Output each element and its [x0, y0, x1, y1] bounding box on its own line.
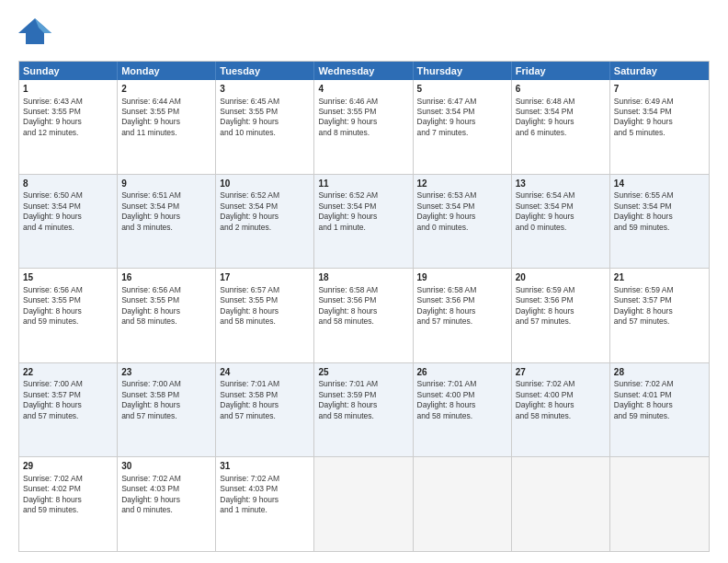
day-number: 21: [614, 271, 705, 284]
day-info-line: Daylight: 8 hours: [614, 212, 705, 222]
day-number: 18: [318, 271, 408, 284]
day-info-line: Sunset: 3:58 PM: [121, 390, 211, 400]
day-info-line: Sunrise: 6:46 AM: [318, 97, 408, 107]
day-info-line: Daylight: 9 hours: [220, 212, 310, 222]
day-info-line: and 58 minutes.: [417, 411, 507, 421]
day-cell-15: 15Sunrise: 6:56 AMSunset: 3:55 PMDayligh…: [19, 269, 118, 362]
day-number: 27: [516, 366, 606, 379]
day-info-line: and 0 minutes.: [417, 223, 507, 233]
day-info-line: Sunrise: 6:44 AM: [121, 97, 211, 107]
day-info-line: Daylight: 9 hours: [516, 117, 606, 127]
day-info-line: and 0 minutes.: [121, 505, 211, 515]
day-info-line: Sunset: 3:54 PM: [220, 201, 310, 212]
day-number: 8: [23, 178, 113, 190]
day-number: 17: [220, 271, 310, 284]
day-info-line: Sunrise: 6:47 AM: [417, 97, 507, 107]
day-info-line: Sunset: 3:56 PM: [417, 295, 507, 305]
day-info-line: and 58 minutes.: [318, 411, 408, 421]
day-info-line: Sunrise: 7:00 AM: [23, 379, 113, 389]
day-info-line: and 7 minutes.: [417, 128, 507, 138]
day-header-friday: Friday: [512, 62, 610, 80]
calendar-row-5: 29Sunrise: 7:02 AMSunset: 4:02 PMDayligh…: [19, 456, 709, 551]
day-cell-25: 25Sunrise: 7:01 AMSunset: 3:59 PMDayligh…: [314, 363, 413, 457]
day-cell-23: 23Sunrise: 7:00 AMSunset: 3:58 PMDayligh…: [118, 363, 216, 457]
day-info-line: Daylight: 9 hours: [220, 495, 310, 505]
day-info-line: Sunrise: 7:02 AM: [516, 379, 606, 389]
day-number: 2: [121, 83, 211, 96]
day-number: 3: [220, 83, 310, 96]
day-number: 25: [318, 366, 408, 379]
day-info-line: Sunset: 4:00 PM: [516, 390, 606, 400]
day-cell-14: 14Sunrise: 6:55 AMSunset: 3:54 PMDayligh…: [610, 175, 709, 269]
calendar-row-2: 8Sunrise: 6:50 AMSunset: 3:54 PMDaylight…: [19, 174, 709, 269]
day-cell-30: 30Sunrise: 7:02 AMSunset: 4:03 PMDayligh…: [118, 457, 216, 551]
day-info-line: and 3 minutes.: [121, 223, 211, 233]
day-number: 6: [516, 83, 606, 96]
day-info-line: Sunset: 4:02 PM: [23, 484, 113, 494]
day-info-line: and 6 minutes.: [516, 128, 606, 138]
day-info-line: Daylight: 8 hours: [318, 306, 408, 316]
day-info-line: and 1 minute.: [318, 223, 408, 233]
day-info-line: Daylight: 8 hours: [220, 400, 310, 410]
day-info-line: and 59 minutes.: [614, 411, 705, 421]
day-number: 31: [220, 460, 310, 473]
day-info-line: Sunset: 3:55 PM: [23, 107, 113, 117]
day-info-line: Sunset: 3:55 PM: [318, 107, 408, 117]
day-cell-17: 17Sunrise: 6:57 AMSunset: 3:55 PMDayligh…: [216, 269, 314, 362]
day-info-line: Sunset: 3:55 PM: [121, 295, 211, 305]
day-info-line: Sunrise: 7:02 AM: [121, 474, 211, 484]
day-info-line: and 58 minutes.: [516, 411, 606, 421]
day-info-line: and 57 minutes.: [121, 411, 211, 421]
day-cell-24: 24Sunrise: 7:01 AMSunset: 3:58 PMDayligh…: [216, 363, 314, 457]
day-info-line: Sunrise: 7:02 AM: [23, 474, 113, 484]
day-info-line: and 4 minutes.: [23, 223, 113, 233]
day-info-line: and 57 minutes.: [516, 316, 606, 327]
day-number: 24: [220, 366, 310, 379]
day-cell-19: 19Sunrise: 6:58 AMSunset: 3:56 PMDayligh…: [414, 269, 512, 362]
day-cell-13: 13Sunrise: 6:54 AMSunset: 3:54 PMDayligh…: [512, 175, 610, 269]
day-info-line: Sunset: 3:54 PM: [23, 201, 113, 212]
day-info-line: and 59 minutes.: [614, 223, 705, 233]
day-cell-8: 8Sunrise: 6:50 AMSunset: 3:54 PMDaylight…: [19, 175, 118, 269]
day-info-line: and 59 minutes.: [23, 505, 113, 515]
day-number: 11: [318, 178, 408, 190]
day-header-sunday: Sunday: [19, 62, 118, 80]
day-info-line: Daylight: 8 hours: [516, 306, 606, 316]
day-cell-12: 12Sunrise: 6:53 AMSunset: 3:54 PMDayligh…: [414, 175, 512, 269]
day-info-line: and 11 minutes.: [121, 128, 211, 138]
day-info-line: Daylight: 9 hours: [318, 117, 408, 127]
day-info-line: Daylight: 8 hours: [417, 400, 507, 410]
day-header-saturday: Saturday: [610, 62, 709, 80]
day-info-line: Daylight: 8 hours: [23, 495, 113, 505]
empty-cell-4-6: [610, 457, 709, 551]
day-number: 29: [23, 460, 113, 473]
day-info-line: Sunrise: 6:53 AM: [417, 190, 507, 201]
calendar-row-1: 1Sunrise: 6:43 AMSunset: 3:55 PMDaylight…: [19, 80, 709, 174]
day-info-line: and 2 minutes.: [220, 223, 310, 233]
calendar-row-4: 22Sunrise: 7:00 AMSunset: 3:57 PMDayligh…: [19, 362, 709, 457]
day-number: 26: [417, 366, 507, 379]
day-number: 12: [417, 178, 507, 190]
day-info-line: Daylight: 8 hours: [417, 306, 507, 316]
day-cell-6: 6Sunrise: 6:48 AMSunset: 3:54 PMDaylight…: [512, 80, 610, 174]
day-number: 23: [121, 366, 211, 379]
day-info-line: Sunset: 3:54 PM: [614, 201, 705, 212]
day-number: 1: [23, 83, 113, 96]
day-info-line: Sunrise: 6:52 AM: [318, 190, 408, 201]
day-cell-2: 2Sunrise: 6:44 AMSunset: 3:55 PMDaylight…: [118, 80, 216, 174]
day-info-line: Sunset: 3:55 PM: [220, 295, 310, 305]
day-info-line: and 58 minutes.: [220, 316, 310, 327]
day-header-monday: Monday: [118, 62, 216, 80]
day-info-line: Daylight: 9 hours: [220, 117, 310, 127]
day-info-line: Sunset: 3:54 PM: [417, 107, 507, 117]
day-info-line: Sunset: 3:54 PM: [516, 107, 606, 117]
calendar: SundayMondayTuesdayWednesdayThursdayFrid…: [18, 61, 710, 552]
day-info-line: and 57 minutes.: [220, 411, 310, 421]
day-info-line: Sunrise: 6:56 AM: [23, 285, 113, 295]
day-info-line: Sunset: 4:00 PM: [417, 390, 507, 400]
logo-bird-icon: [18, 15, 51, 52]
day-info-line: Sunset: 4:03 PM: [121, 484, 211, 494]
day-info-line: Sunset: 3:54 PM: [417, 201, 507, 212]
day-info-line: Sunrise: 7:02 AM: [220, 474, 310, 484]
day-info-line: Sunrise: 6:54 AM: [516, 190, 606, 201]
